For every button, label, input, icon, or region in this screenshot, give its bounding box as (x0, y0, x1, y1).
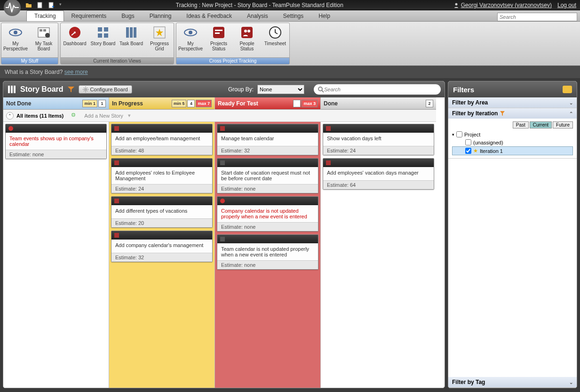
story-card[interactable]: Start date of vacation request must not … (217, 158, 318, 193)
tab-help[interactable]: Help (311, 11, 338, 21)
story-card[interactable]: Manage team calendar Estimate: 32 (217, 124, 318, 155)
column-header[interactable]: Not Done min 1 1 (3, 97, 109, 110)
tab-bugs[interactable]: Bugs (114, 11, 142, 21)
ribbon-item-label: My Perspective (2, 41, 29, 51)
card-estimate: Estimate: 32 (111, 253, 212, 262)
folder-icon[interactable] (25, 2, 32, 8)
svg-point-21 (189, 31, 192, 34)
story-icon (325, 160, 332, 166)
svg-marker-19 (156, 29, 163, 36)
logout-link[interactable]: Log out (557, 2, 576, 8)
help-question: What is a Story Board? (5, 69, 63, 75)
card-estimate: Estimate: 20 (111, 218, 212, 227)
groupby-select[interactable]: None (257, 85, 304, 94)
ribbon-task-board[interactable]: Task Board (117, 23, 145, 57)
svg-rect-13 (98, 33, 102, 38)
ribbon-projects-status[interactable]: Projects Status (205, 23, 233, 57)
story-card[interactable]: Add an employee/team management Estimate… (111, 124, 213, 155)
board-search[interactable] (314, 84, 441, 95)
add-new-story-link[interactable]: Add a New Story (84, 113, 123, 119)
ribbon-people-status[interactable]: People Status (233, 23, 261, 57)
story-card[interactable]: Team events shows up in company's calend… (5, 124, 107, 159)
story-card[interactable]: Team calendar is not updated properly wh… (217, 234, 318, 270)
card-estimate: Estimate: 32 (217, 146, 318, 155)
svg-point-4 (14, 31, 17, 34)
story-card[interactable]: Add employees' vacation days manager Est… (323, 158, 434, 190)
ribbon-group-label: Current Iteration Views (61, 57, 174, 64)
tree-row-project[interactable]: ▾ Project (452, 130, 573, 138)
filter-area-header[interactable]: Filter by Area ⌄ (448, 97, 577, 108)
filter-tag-header[interactable]: Filter by Tag ⌄ (448, 377, 577, 387)
time-future-button[interactable]: Future (553, 121, 573, 128)
tab-analysis[interactable]: Analysis (239, 11, 276, 21)
tree-row-unassigned[interactable]: (unassigned) (452, 138, 573, 146)
filter-section-tag: Filter by Tag ⌄ (448, 377, 577, 388)
ribbon-group-cross: My Perspective Projects Status People St… (176, 23, 290, 64)
ribbon-my-task-board[interactable]: My Task Board (30, 23, 58, 57)
tab-tracking[interactable]: Tracking (26, 10, 64, 21)
story-card[interactable]: Add company calendar's management Estima… (111, 231, 213, 262)
ribbon-item-label: Timesheet (264, 41, 286, 46)
search-icon (318, 86, 324, 93)
svg-rect-7 (43, 29, 46, 32)
filter-section-iteration: Filter by Iteration ⌃ Past Current Futur… (448, 108, 577, 159)
svg-rect-40 (220, 126, 225, 131)
tree-checkbox[interactable] (465, 139, 471, 145)
card-title: Add employees' roles to Employee Managem… (111, 167, 212, 184)
board-title: Story Board (20, 85, 64, 94)
tree-expand-icon[interactable]: ▾ (452, 132, 454, 137)
filter-preset-icon[interactable] (563, 86, 572, 93)
user-link[interactable]: Georgi Varzonovtsev (varzonovtsev) (461, 2, 552, 8)
time-past-button[interactable]: Past (513, 121, 529, 128)
filter-area-label: Filter by Area (452, 99, 488, 106)
funnel-icon (500, 111, 505, 116)
card-title: Add company calendar's management (111, 240, 212, 253)
tab-requirements[interactable]: Requirements (64, 11, 114, 21)
ribbon-dashboard[interactable]: Dashboard (61, 23, 89, 57)
tree-row-iteration1[interactable]: ★ Iteration 1 (452, 146, 573, 155)
global-search[interactable] (497, 13, 577, 21)
collapse-toggle-icon[interactable]: ⌃ (6, 112, 14, 120)
global-search-input[interactable] (497, 13, 577, 21)
svg-rect-45 (326, 160, 331, 165)
filter-iteration-header[interactable]: Filter by Iteration ⌃ (448, 108, 577, 119)
new-doc-icon[interactable] (37, 2, 43, 8)
funnel-icon[interactable] (67, 86, 75, 93)
card-estimate: Estimate: 24 (323, 146, 434, 155)
tab-settings[interactable]: Settings (276, 11, 311, 21)
ribbon-cross-perspective[interactable]: My Perspective (176, 23, 205, 57)
board-search-input[interactable] (324, 87, 437, 92)
ribbon-story-board[interactable]: Story Board (89, 23, 117, 57)
ribbon-my-perspective[interactable]: My Perspective (1, 23, 30, 57)
tab-planning[interactable]: Planning (142, 11, 179, 21)
card-estimate: Estimate: 48 (111, 146, 212, 155)
ribbon-timesheet[interactable]: Timesheet (261, 23, 289, 57)
tab-ideas[interactable]: Ideas & Feedback (179, 11, 239, 21)
column-header[interactable]: In Progress min 5 4 max 7 (109, 97, 215, 110)
story-card[interactable]: Company calendar is not updated properly… (217, 196, 318, 232)
story-card[interactable]: Add different types of vacations Estimat… (111, 196, 213, 228)
story-icon (113, 198, 120, 204)
dropdown-chevron-icon[interactable]: ▾ (59, 2, 66, 8)
configure-board-button[interactable]: Configure Board (79, 85, 132, 94)
tree-checkbox[interactable] (456, 131, 462, 137)
ribbon-progress-grid[interactable]: Progress Grid (145, 23, 174, 57)
ribbon-item-label: Story Board (91, 41, 116, 46)
clock-icon (268, 25, 283, 40)
svg-rect-41 (220, 160, 225, 165)
svg-rect-12 (104, 27, 108, 32)
help-see-more-link[interactable]: see more (64, 69, 88, 75)
svg-point-33 (318, 87, 322, 91)
column-header[interactable]: Ready For Test 4 max 3 (215, 97, 320, 110)
story-card[interactable]: Add employees' roles to Employee Managem… (111, 158, 213, 193)
time-current-button[interactable]: Current (530, 121, 552, 128)
gear-icon (83, 87, 88, 92)
board-header: Story Board Configure Board Group By: No… (3, 81, 445, 97)
dropdown-chevron-icon[interactable]: ▾ (128, 112, 131, 119)
new-doc-plus-icon[interactable] (48, 2, 55, 8)
tree-checkbox[interactable] (465, 148, 471, 154)
filters-title: Filters (453, 86, 474, 94)
svg-rect-23 (215, 30, 222, 31)
column-header[interactable]: Done 2 (321, 97, 436, 110)
story-card[interactable]: Show vacation days left Estimate: 24 (323, 124, 434, 155)
